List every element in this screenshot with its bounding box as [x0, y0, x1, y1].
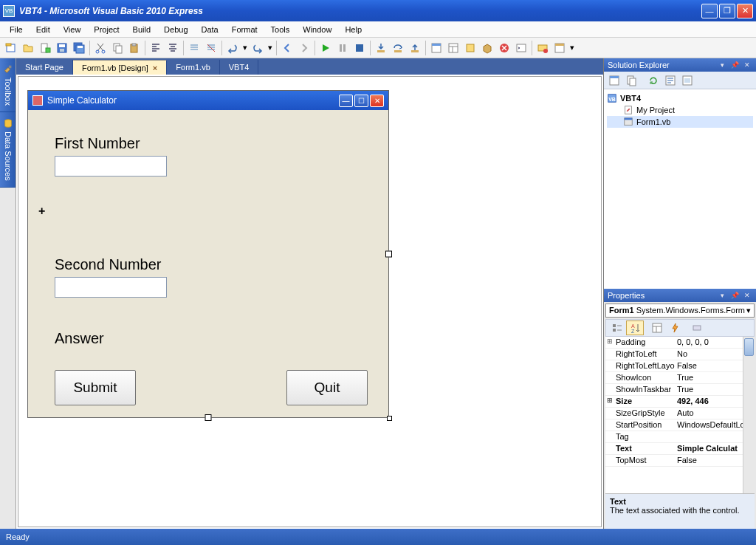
- properties-window-icon[interactable]: [445, 40, 461, 56]
- label-first-number[interactable]: First Number: [55, 135, 140, 152]
- property-row[interactable]: RightToLeftNo: [605, 349, 755, 360]
- extension-manager-icon[interactable]: [535, 40, 551, 56]
- step-into-icon[interactable]: [373, 40, 389, 56]
- comment-icon[interactable]: [186, 40, 202, 56]
- step-over-icon[interactable]: [390, 40, 406, 56]
- property-row[interactable]: RightToLeftLayoFalse: [605, 360, 755, 372]
- open-file-icon[interactable]: [20, 40, 36, 56]
- property-row[interactable]: StartPositionWindowsDefaultLo: [605, 419, 755, 431]
- property-row[interactable]: TextSimple Calculat: [605, 443, 755, 455]
- maximize-button[interactable]: ❐: [719, 4, 735, 18]
- align-left-icon[interactable]: [148, 40, 164, 56]
- tree-node-myproject[interactable]: My Project: [607, 104, 753, 116]
- events-icon[interactable]: [666, 321, 684, 335]
- label-second-number[interactable]: Second Number: [55, 256, 162, 273]
- start-debug-icon[interactable]: [317, 40, 334, 56]
- property-grid[interactable]: Padding0, 0, 0, 0RightToLeftNoRightToLef…: [605, 337, 755, 493]
- property-row[interactable]: Padding0, 0, 0, 0: [605, 337, 755, 349]
- new-project-icon[interactable]: [3, 40, 19, 56]
- form-close-icon[interactable]: ✕: [370, 95, 384, 107]
- properties-icon[interactable]: [606, 72, 622, 89]
- tab-vbt4[interactable]: VBT4: [220, 60, 259, 75]
- tab-form1-vb[interactable]: Form1.vb: [167, 60, 219, 75]
- property-row[interactable]: Size492, 446: [605, 396, 755, 408]
- save-all-icon[interactable]: [71, 40, 87, 56]
- categorized-icon[interactable]: [608, 321, 626, 335]
- alphabetical-icon[interactable]: AZ: [626, 321, 644, 335]
- minimize-button[interactable]: —: [701, 4, 718, 18]
- error-list-icon[interactable]: [496, 40, 512, 56]
- menu-view[interactable]: View: [57, 23, 88, 36]
- button-submit[interactable]: Submit: [55, 370, 136, 405]
- tab-form1-design[interactable]: Form1.vb [Design]×: [73, 60, 167, 75]
- redo-dropdown-icon[interactable]: ▾: [267, 40, 274, 56]
- show-all-files-icon[interactable]: [623, 72, 639, 89]
- redo-icon[interactable]: [250, 40, 266, 56]
- property-row[interactable]: Tag: [605, 431, 755, 443]
- view-designer-icon[interactable]: [679, 72, 695, 89]
- close-button[interactable]: ✕: [737, 4, 753, 18]
- panel-dropdown-icon[interactable]: ▾: [717, 61, 727, 69]
- panel-close-icon[interactable]: ✕: [742, 291, 752, 300]
- property-row[interactable]: TopMostFalse: [605, 455, 755, 467]
- panel-close-icon[interactable]: ✕: [742, 61, 752, 69]
- form-window[interactable]: Simple Calculator — ☐ ✕ First Number + S…: [27, 90, 389, 418]
- data-sources-tab[interactable]: Data Sources: [0, 112, 16, 188]
- textbox-second-number[interactable]: [55, 277, 167, 298]
- resize-handle[interactable]: [387, 416, 392, 421]
- object-browser-icon[interactable]: [462, 40, 478, 56]
- menu-tools[interactable]: Tools: [264, 23, 297, 36]
- property-row[interactable]: SizeGripStyleAuto: [605, 408, 755, 419]
- properties-scrollbar[interactable]: [743, 337, 755, 493]
- step-out-icon[interactable]: [407, 40, 423, 56]
- toolbox-icon[interactable]: [479, 40, 495, 56]
- add-item-icon[interactable]: [37, 40, 53, 56]
- property-row[interactable]: ShowIconTrue: [605, 372, 755, 384]
- tree-node-project[interactable]: VB VBT4: [607, 92, 753, 104]
- panel-pin-icon[interactable]: 📌: [729, 61, 740, 69]
- copy-icon[interactable]: [109, 40, 126, 56]
- properties-object-selector[interactable]: Form1 System.Windows.Forms.Form ▾: [605, 304, 755, 318]
- navigate-forward-icon[interactable]: [296, 40, 312, 56]
- navigate-back-icon[interactable]: [279, 40, 295, 56]
- panel-pin-icon[interactable]: 📌: [729, 291, 740, 300]
- menu-window[interactable]: Window: [296, 23, 338, 36]
- close-tab-icon[interactable]: ×: [153, 64, 157, 72]
- scrollbar-thumb[interactable]: [744, 338, 754, 356]
- save-icon[interactable]: [54, 40, 70, 56]
- menu-file[interactable]: File: [3, 23, 30, 36]
- view-code-icon[interactable]: [662, 72, 678, 89]
- form-minimize-icon[interactable]: —: [339, 95, 353, 107]
- form-designer-surface[interactable]: Simple Calculator — ☐ ✕ First Number + S…: [18, 76, 602, 527]
- menu-build[interactable]: Build: [126, 23, 157, 36]
- stop-icon[interactable]: [351, 40, 368, 56]
- find-dropdown-icon[interactable]: ▾: [568, 40, 576, 56]
- toolbox-tab[interactable]: Toolbox: [0, 58, 16, 112]
- tab-start-page[interactable]: Start Page: [16, 60, 73, 75]
- undo-icon[interactable]: [224, 40, 241, 56]
- solution-tree[interactable]: VB VBT4 My Project Form1.vb: [604, 89, 756, 289]
- textbox-first-number[interactable]: [55, 156, 167, 176]
- solution-explorer-icon[interactable]: [428, 40, 444, 56]
- label-answer[interactable]: Answer: [55, 330, 104, 347]
- cut-icon[interactable]: [92, 40, 109, 56]
- uncomment-icon[interactable]: [203, 40, 219, 56]
- tree-node-form1[interactable]: Form1.vb: [607, 116, 753, 128]
- chevron-down-icon[interactable]: ▾: [746, 306, 751, 315]
- property-row[interactable]: ShowInTaskbarTrue: [605, 384, 755, 396]
- property-pages-icon[interactable]: [648, 321, 666, 335]
- menu-project[interactable]: Project: [87, 23, 126, 36]
- label-plus[interactable]: +: [38, 205, 45, 218]
- pause-icon[interactable]: [334, 40, 351, 56]
- align-center-icon[interactable]: [165, 40, 181, 56]
- undo-dropdown-icon[interactable]: ▾: [241, 40, 249, 56]
- form-maximize-icon[interactable]: ☐: [354, 95, 368, 107]
- menu-edit[interactable]: Edit: [30, 23, 57, 36]
- paste-icon[interactable]: [126, 40, 142, 56]
- find-icon[interactable]: [551, 40, 568, 56]
- immediate-window-icon[interactable]: [513, 40, 529, 56]
- refresh-icon[interactable]: [645, 72, 662, 89]
- menu-debug[interactable]: Debug: [157, 23, 194, 36]
- panel-dropdown-icon[interactable]: ▾: [717, 291, 727, 300]
- property-extra-icon[interactable]: [688, 321, 706, 335]
